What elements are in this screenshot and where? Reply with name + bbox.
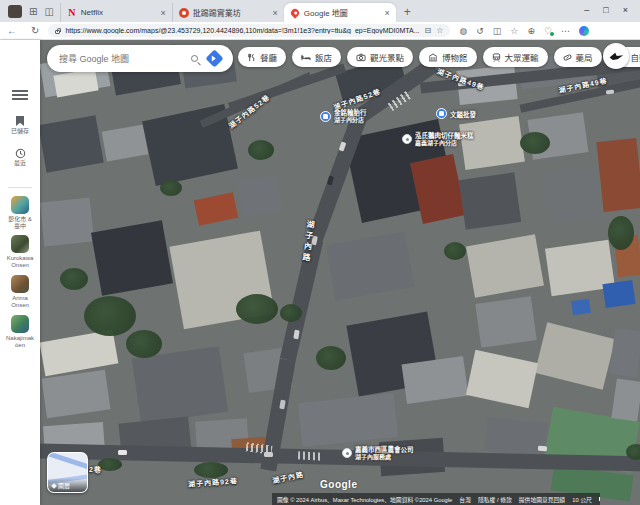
region-label: 台灣 [459,495,471,504]
chip-pharmacies[interactable]: 藥局 [554,47,602,67]
sidebar-place-arima-onsen[interactable]: Arima Onsen [0,275,40,308]
satellite-art [298,451,322,461]
briefcase-poi-icon [320,111,331,122]
menu-icon[interactable] [12,90,28,101]
satellite-art [611,378,640,421]
satellite-art [535,322,616,389]
poi-label: 嘉義市西區農會公司 湖子內服務處 [355,446,414,461]
chip-restaurants[interactable]: 餐廳 [238,47,286,67]
satellite-art [596,138,640,212]
satellite-art [466,350,538,408]
layers-minimap-toggle[interactable]: 圖層 [47,452,88,493]
chip-transit[interactable]: 大眾運輸 [483,47,548,67]
sidebar-place-kurokawa-onsen[interactable]: Kurokawa Onsen [0,235,40,268]
chip-attractions[interactable]: 觀光景點 [347,47,413,67]
close-tab-icon[interactable]: × [385,8,390,18]
close-tab-icon[interactable]: × [161,8,166,18]
museum-icon [428,53,438,62]
history-clock-icon [15,148,26,159]
sidebar-place-nakajimakoen[interactable]: Nakajimak ōen [0,315,40,348]
feedback-link[interactable]: 提供地圖意見回饋 [519,495,565,504]
favorites-bar-icon[interactable]: ☆ [510,26,518,36]
lock-icon [55,30,60,34]
layers-icon [51,483,57,489]
history-sync-icon[interactable]: ↺ [476,26,484,36]
chip-hotels[interactable]: 飯店 [292,47,341,67]
scale-bar [599,497,600,501]
netflix-icon: N [67,8,77,18]
split-screen-icon[interactable]: ⊟ [425,26,432,35]
copilot-icon[interactable] [579,26,589,36]
satellite-art [40,115,104,172]
place-thumbnail [11,196,29,214]
satellite-art [484,417,547,457]
satellite-art [42,370,111,419]
tab-google-maps[interactable]: Google 地圖 × [284,3,396,22]
satellite-art [545,165,602,223]
account-avatar[interactable] [603,43,629,69]
back-icon[interactable]: ← [0,25,24,36]
satellite-art [326,231,415,300]
search-input[interactable]: 搜尋 Google 地圖 [47,52,191,65]
tab-actions-icon[interactable]: ◫ [44,7,53,17]
minimize-button[interactable]: – [584,5,589,15]
place-thumbnail [11,275,29,293]
collections-icon[interactable]: ⊕ [527,26,535,36]
sidebar-item-saved[interactable]: 已儲存 [0,116,40,135]
sidebar-place-changhua-taichung[interactable]: 彰化市 & 臺中 [0,196,40,229]
browser-essentials-icon[interactable]: ♡ [544,26,552,36]
transit-icon [492,53,501,62]
satellite-art [609,328,640,377]
map-footer: 圖像 © 2024 Airbus、Maxar Technologies、地圖資料… [272,493,600,505]
tab-ptt[interactable]: 批踢踢實業坊 × [172,3,284,22]
poi-business-pin[interactable] [436,108,447,119]
search-box[interactable]: 搜尋 Google 地圖 [47,45,233,72]
navigation-bar: ← ↻ https://www.google.com/maps/@23.4537… [0,22,640,40]
settings-menu-icon[interactable]: ⋯ [561,26,570,36]
poi-label: 泓氏鵝肉切仔麵米糕 嘉義湖子內分店 [415,132,474,147]
bookmark-icon [16,116,24,126]
workspaces-icon[interactable]: ⊞ [29,7,37,17]
tab-strip: ⊞ ◫ N Netflix × 批踢踢實業坊 × Google 地圖 × + –… [0,0,640,22]
satellite-art [459,172,521,229]
url-text[interactable]: https://www.google.com/maps/@23.453729,1… [65,27,419,34]
close-tab-icon[interactable]: × [273,8,278,18]
briefcase-poi-icon [436,108,447,119]
satellite-art [298,393,398,447]
directions-icon[interactable] [205,49,223,67]
satellite-art [444,242,466,260]
satellite-art [520,132,550,154]
satellite-art [606,90,614,95]
tab-netflix[interactable]: N Netflix × [60,3,172,22]
satellite-art [608,216,634,250]
satellite-art [402,356,469,404]
poi-business-pin[interactable] [320,111,331,122]
satellite-art [236,294,278,324]
close-button[interactable]: × [623,5,628,15]
browser-profile-icon[interactable] [8,5,22,18]
sidebar-item-recent[interactable]: 最近 [0,148,40,167]
maximize-button[interactable]: □ [603,5,608,15]
search-icon[interactable] [191,55,198,62]
google-watermark: Google [320,479,357,490]
privacy-terms-link[interactable]: 隱私權 / 條款 [478,495,512,504]
satellite-art [118,450,127,455]
split-window-icon[interactable]: ◫ [493,26,502,36]
address-bar[interactable]: https://www.google.com/maps/@23.453729,1… [48,24,450,37]
camera-icon [356,53,366,62]
favorite-star-icon[interactable]: ☆ [436,26,443,35]
poi-place-pin[interactable] [402,134,412,144]
refresh-icon[interactable]: ↻ [24,25,46,36]
scale-label: 10 公尺 [572,495,592,504]
password-icon[interactable]: ◍ [459,26,467,36]
satellite-art [160,180,182,196]
poi-place-pin[interactable] [342,448,352,458]
satellite-art [475,296,537,347]
chip-museums[interactable]: 博物館 [419,47,477,67]
browser-window: ⊞ ◫ N Netflix × 批踢踢實業坊 × Google 地圖 × + –… [0,0,640,505]
satellite-art [280,304,302,322]
new-tab-button[interactable]: + [396,5,419,22]
satellite-art [102,125,149,162]
map-canvas[interactable]: 湖子內路52巷 湖子內路52巷 湖子內路49巷 湖子內路49巷 湖子內路 92巷… [40,40,640,505]
satellite-art [248,140,274,160]
